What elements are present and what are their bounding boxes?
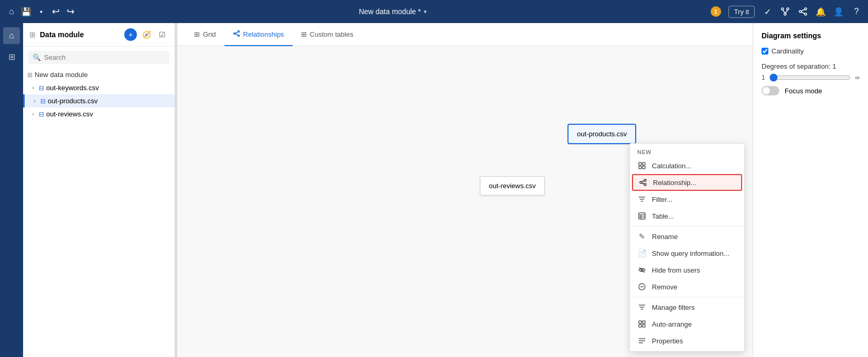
tab-label: Custom tables — [310, 30, 353, 38]
rename-icon: ✎ — [637, 232, 647, 241]
main-layout: ⌂ ⊞ ⊞ Data module + 🧭 ☑ 🔍 ⊞ New data mod… — [0, 23, 868, 357]
menu-item-label: Rename — [652, 233, 678, 241]
module-title: New data module * — [359, 7, 421, 16]
topbar: ⌂ 💾 ▾ ↩ ↪ New data module * ▾ 1 Try it ✓… — [0, 0, 868, 23]
canvas-area[interactable]: out-products.csv out-reviews.csv New Cal… — [177, 46, 753, 357]
menu-item-label: Auto-arrange — [652, 320, 692, 328]
menu-item-label: Filter... — [652, 196, 672, 203]
svg-line-13 — [235, 32, 238, 34]
tab-relationships[interactable]: Relationships — [224, 23, 293, 46]
menu-item-label: Relationship... — [653, 179, 696, 187]
table-icon: ⊟ — [39, 84, 44, 92]
search-box: 🔍 — [28, 51, 169, 64]
cardinality-row: Cardinality — [762, 47, 860, 55]
properties-icon — [637, 336, 647, 345]
svg-point-5 — [805, 8, 807, 10]
share-icon[interactable] — [798, 6, 808, 17]
svg-rect-15 — [639, 163, 641, 165]
tab-grid[interactable]: ⊞ Grid — [186, 23, 224, 46]
menu-item-hide-users[interactable]: Hide from users — [630, 262, 744, 278]
tab-custom-tables[interactable]: ⊞ Custom tables — [293, 23, 362, 46]
svg-rect-34 — [639, 324, 641, 327]
main-content: ⊞ Grid Relationships ⊞ Custom tables — [177, 23, 753, 357]
icon-bar: ⌂ ⊞ — [0, 23, 23, 357]
redo-icon[interactable]: ↪ — [65, 6, 76, 17]
tab-label: Grid — [203, 30, 216, 38]
svg-line-8 — [801, 9, 805, 11]
table-icon — [637, 211, 647, 221]
tree-item-label: out-reviews.csv — [46, 110, 170, 118]
separation-slider[interactable] — [769, 73, 851, 82]
separation-label: Degrees of separation: 1 — [762, 62, 860, 70]
table-nav-icon[interactable]: ⊞ — [3, 48, 20, 65]
node-label: out-reviews.csv — [489, 182, 536, 190]
menu-item-label: Show query information... — [652, 250, 729, 257]
menu-item-label: Hide from users — [652, 266, 700, 274]
filter-icon — [637, 194, 647, 204]
home-nav-icon[interactable]: ⌂ — [3, 27, 20, 44]
node-label: out-products.csv — [577, 130, 627, 138]
search-icon: 🔍 — [33, 53, 41, 61]
focus-mode-row: Focus mode — [762, 86, 860, 95]
title-chevron-icon[interactable]: ▾ — [424, 8, 427, 15]
menu-divider-2 — [630, 297, 744, 297]
try-it-button[interactable]: Try it — [728, 6, 755, 18]
table-node-reviews[interactable]: out-reviews.csv — [480, 176, 545, 196]
table-icon: ⊟ — [40, 98, 46, 105]
svg-line-14 — [235, 34, 238, 35]
undo-icon[interactable]: ↩ — [50, 6, 61, 17]
add-item-button[interactable]: + — [124, 28, 137, 41]
svg-point-2 — [784, 13, 786, 15]
menu-item-label: Manage filters — [652, 304, 695, 311]
svg-rect-35 — [642, 324, 645, 327]
branch-icon[interactable] — [780, 6, 790, 17]
cardinality-checkbox-label[interactable]: Cardinality — [762, 47, 803, 55]
tree-item-reviews[interactable]: › ⊟ out-reviews.csv — [23, 107, 175, 121]
svg-point-7 — [805, 13, 807, 15]
query-info-icon: 📄 — [637, 248, 647, 258]
tree-root[interactable]: ⊞ New data module — [23, 68, 175, 81]
menu-new-label: New — [630, 146, 744, 157]
focus-mode-toggle[interactable] — [762, 86, 779, 95]
svg-rect-33 — [642, 321, 645, 323]
menu-item-remove[interactable]: Remove — [630, 278, 744, 295]
svg-point-1 — [787, 8, 789, 10]
svg-line-23 — [642, 183, 644, 184]
menu-item-rename[interactable]: ✎ Rename — [630, 228, 744, 245]
menu-item-query-info[interactable]: 📄 Show query information... — [630, 245, 744, 262]
menu-item-auto-arrange[interactable]: Auto-arrange — [630, 316, 744, 332]
context-menu: New Calculation... — [629, 143, 745, 352]
check-mark-icon[interactable]: ☑ — [156, 28, 168, 41]
tree-item-products[interactable]: › ⊟ out-products.csv — [23, 94, 175, 107]
check-icon[interactable]: ✓ — [762, 6, 773, 17]
help-icon[interactable]: ? — [851, 6, 862, 17]
sidebar-header: ⊞ Data module + 🧭 ☑ — [23, 23, 175, 47]
sidebar: ⊞ Data module + 🧭 ☑ 🔍 ⊞ New data module … — [23, 23, 175, 357]
home-icon[interactable]: ⌂ — [6, 6, 17, 17]
menu-item-properties[interactable]: Properties — [630, 332, 744, 349]
svg-point-12 — [238, 35, 239, 36]
table-node-products[interactable]: out-products.csv — [567, 124, 636, 144]
compass-icon[interactable]: 🧭 — [140, 28, 153, 41]
tree-item-keywords[interactable]: › ⊟ out-keywords.csv — [23, 81, 175, 94]
menu-item-manage-filters[interactable]: Manage filters — [630, 299, 744, 316]
chevron-icon: › — [31, 98, 38, 105]
svg-rect-32 — [639, 321, 641, 323]
svg-line-9 — [801, 12, 805, 14]
save-icon[interactable]: 💾 — [21, 6, 31, 17]
svg-point-10 — [238, 30, 239, 32]
menu-item-calculation[interactable]: Calculation... — [630, 157, 744, 174]
cardinality-checkbox[interactable] — [762, 48, 768, 55]
save-dropdown-icon[interactable]: ▾ — [36, 6, 46, 17]
bell-icon[interactable]: 🔔 — [816, 6, 826, 17]
menu-item-label: Properties — [652, 337, 683, 345]
search-input[interactable] — [44, 53, 165, 61]
menu-item-filter[interactable]: Filter... — [630, 191, 744, 208]
user-icon[interactable]: 👤 — [833, 6, 844, 17]
menu-item-relationship[interactable]: Relationship... — [632, 174, 742, 191]
right-panel: Diagram settings Cardinality Degrees of … — [753, 23, 868, 357]
sidebar-actions: + 🧭 ☑ — [124, 28, 168, 41]
menu-item-table[interactable]: Table... — [630, 208, 744, 224]
svg-line-4 — [785, 10, 788, 13]
svg-point-0 — [781, 8, 784, 10]
